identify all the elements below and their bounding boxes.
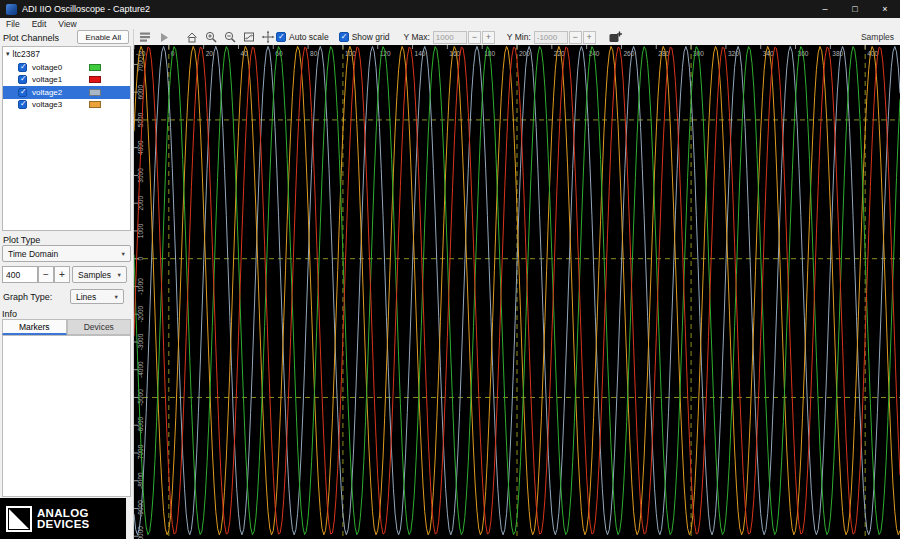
zoom-fit-icon[interactable] (241, 30, 257, 44)
y-max-label: Y Max: (404, 32, 430, 42)
svg-text:160: 160 (449, 50, 460, 57)
svg-text:5000: 5000 (137, 112, 144, 127)
channel-row[interactable]: voltage2 (3, 86, 130, 99)
window-title: ADI IIO Oscilloscope - Capture2 (22, 4, 150, 14)
adi-logo-mark-icon (6, 506, 32, 532)
y-max-input[interactable] (433, 31, 467, 44)
svg-text:-3000: -3000 (137, 333, 144, 350)
channel-label: voltage1 (32, 75, 62, 84)
channel-color-swatch[interactable] (89, 64, 101, 71)
svg-text:140: 140 (415, 50, 426, 57)
enable-all-button[interactable]: Enable All (77, 30, 129, 44)
info-label: Info (2, 309, 17, 319)
window-controls: – □ × (810, 0, 900, 18)
plot-type-dropdown[interactable]: Time Domain ▼ (2, 245, 131, 262)
plot-area: -200204060801001201401601802002202402602… (134, 45, 900, 539)
menu-file[interactable]: File (0, 19, 26, 29)
channel-color-swatch[interactable] (89, 76, 101, 83)
svg-text:3000: 3000 (137, 168, 144, 183)
minimize-button[interactable]: – (810, 0, 840, 18)
y-min-input[interactable] (534, 31, 568, 44)
sample-count-decrement-button[interactable]: − (38, 266, 54, 283)
svg-text:-2000: -2000 (137, 306, 144, 323)
channel-checkbox[interactable] (18, 63, 27, 72)
sample-count-increment-button[interactable]: + (54, 266, 70, 283)
channel-row[interactable]: voltage3 (3, 99, 130, 112)
channel-checkbox[interactable] (18, 75, 27, 84)
channel-color-swatch[interactable] (89, 101, 101, 108)
svg-text:-7000: -7000 (137, 444, 144, 461)
auto-scale-checkbox[interactable] (276, 32, 286, 42)
graph-type-value: Lines (76, 292, 96, 302)
y-min-label: Y Min: (507, 32, 531, 42)
sample-count-input[interactable] (2, 266, 38, 283)
tab-markers[interactable]: Markers (2, 319, 67, 335)
channel-checkbox[interactable] (18, 100, 27, 109)
app-icon (6, 4, 17, 15)
graph-type-label: Graph Type: (3, 292, 52, 302)
waveform-plot[interactable]: -200204060801001201401601802002202402602… (134, 45, 900, 539)
plot-toolbar: Auto scale Show grid Y Max: − + Y Min: −… (134, 29, 900, 45)
svg-text:100: 100 (345, 50, 356, 57)
svg-text:-20: -20 (136, 50, 146, 57)
zoom-in-icon[interactable] (203, 30, 219, 44)
y-min-decrement-button[interactable]: − (569, 31, 582, 44)
channel-label: voltage3 (32, 100, 62, 109)
tab-devices[interactable]: Devices (67, 319, 132, 335)
channel-list: voltage0 voltage1 voltage2 voltage3 (3, 61, 130, 111)
home-icon[interactable] (184, 30, 200, 44)
menu-view[interactable]: View (52, 19, 82, 29)
svg-text:0: 0 (137, 257, 144, 261)
menubar: File Edit View (0, 18, 900, 29)
svg-text:220: 220 (554, 50, 565, 57)
y-max-decrement-button[interactable]: − (468, 31, 481, 44)
y-max-increment-button[interactable]: + (482, 31, 495, 44)
tree-device-row[interactable]: ▾ ltc2387 (3, 47, 130, 61)
channel-color-swatch[interactable] (89, 89, 101, 96)
adi-logo-line1: ANALOG (37, 508, 90, 519)
svg-text:280: 280 (658, 50, 669, 57)
move-icon[interactable] (260, 30, 276, 44)
adi-logo: ANALOG DEVICES (0, 498, 126, 539)
chevron-down-icon: ▼ (117, 271, 122, 277)
samples-corner-label: Samples (861, 32, 894, 42)
svg-text:-1000: -1000 (137, 278, 144, 295)
channel-row[interactable]: voltage0 (3, 61, 130, 74)
channel-label: voltage2 (32, 88, 62, 97)
show-grid-checkbox[interactable] (339, 32, 349, 42)
info-panel (2, 335, 131, 497)
sample-count-row: − + Samples ▼ (2, 266, 127, 283)
svg-text:-5000: -5000 (137, 389, 144, 406)
sample-unit-dropdown[interactable]: Samples ▼ (72, 266, 127, 283)
close-button[interactable]: × (870, 0, 900, 18)
maximize-button[interactable]: □ (840, 0, 870, 18)
chevron-down-icon: ▼ (121, 250, 126, 256)
new-plot-icon[interactable] (608, 30, 624, 44)
svg-text:20: 20 (206, 50, 214, 57)
plot-type-value: Time Domain (8, 249, 58, 259)
svg-text:320: 320 (728, 50, 739, 57)
plot-channels-label: Plot Channels (3, 33, 59, 43)
svg-text:200: 200 (519, 50, 530, 57)
play-icon[interactable] (156, 30, 172, 44)
show-grid-label: Show grid (352, 32, 390, 42)
y-min-increment-button[interactable]: + (583, 31, 596, 44)
menu-edit[interactable]: Edit (26, 19, 53, 29)
svg-text:400: 400 (867, 50, 878, 57)
zoom-out-icon[interactable] (222, 30, 238, 44)
app-window: ADI IIO Oscilloscope - Capture2 – □ × Fi… (0, 0, 900, 539)
sample-unit-value: Samples (78, 270, 111, 280)
device-name: ltc2387 (13, 49, 40, 59)
channel-row[interactable]: voltage1 (3, 74, 130, 87)
graph-type-dropdown[interactable]: Lines ▼ (70, 289, 124, 304)
adi-logo-line2: DEVICES (37, 519, 90, 530)
info-tabs: Markers Devices (2, 319, 131, 335)
capture-list-icon[interactable] (137, 30, 153, 44)
expander-icon[interactable]: ▾ (6, 50, 10, 58)
channel-checkbox[interactable] (18, 88, 27, 97)
sidebar: Plot Channels Enable All ▾ ltc2387 volta… (0, 29, 134, 539)
svg-text:380: 380 (832, 50, 843, 57)
chevron-down-icon: ▼ (114, 293, 119, 299)
svg-text:340: 340 (763, 50, 774, 57)
titlebar: ADI IIO Oscilloscope - Capture2 – □ × (0, 0, 900, 18)
